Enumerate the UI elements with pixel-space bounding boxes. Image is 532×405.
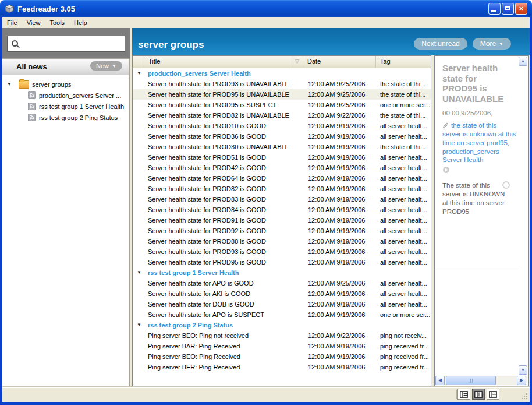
layout-list-button[interactable] bbox=[487, 389, 499, 400]
collapse-arrow-icon[interactable]: ▼ bbox=[7, 82, 14, 87]
row-title: Server health state for PROD30 is UNAVAI… bbox=[148, 142, 303, 152]
table-row[interactable]: Server health state for PROD84 is GOOD12… bbox=[133, 205, 431, 215]
main-area: server groups Next unread More ▼ bbox=[132, 28, 530, 388]
table-row[interactable]: Server health state for AKI is GOOD12:00… bbox=[133, 288, 431, 299]
table-row[interactable]: Server health state for PROD95 is SUSPEC… bbox=[133, 100, 431, 110]
sidebar-folder-server-groups[interactable]: ▼ server groups bbox=[2, 79, 129, 90]
row-tag: the state of thi... bbox=[380, 142, 430, 152]
table-row[interactable]: Server health state for PROD30 is UNAVAI… bbox=[133, 142, 431, 152]
horizontal-scrollbar[interactable]: ◀ ▶ bbox=[435, 376, 527, 385]
menu-item-file[interactable]: File bbox=[2, 18, 22, 27]
table-row[interactable]: Server health state for PROD10 is GOOD12… bbox=[133, 121, 431, 131]
row-tag: all server healt... bbox=[380, 131, 430, 142]
table-row[interactable]: Server health state for PROD88 is GOOD12… bbox=[133, 236, 431, 246]
menu-item-tools[interactable]: Tools bbox=[45, 18, 69, 27]
row-date: 12:00 AM 9/19/2006 bbox=[308, 288, 378, 299]
table-row[interactable]: Ping server BAR: Ping Received12:00 AM 9… bbox=[133, 341, 431, 351]
more-button[interactable]: More ▼ bbox=[473, 38, 511, 50]
feed-label: rss test group 2 Ping Status bbox=[39, 114, 118, 121]
scroll-up-button[interactable]: ▲ bbox=[519, 57, 527, 66]
layout-horizontal-icon bbox=[460, 391, 468, 398]
layout-columns-icon bbox=[474, 391, 483, 398]
table-row[interactable]: Server health state for PROD82 is UNAVAI… bbox=[133, 110, 431, 121]
table-row[interactable]: Server health state for PROD36 is GOOD12… bbox=[133, 131, 431, 142]
scrollbar-thumb[interactable] bbox=[446, 376, 496, 385]
table-row[interactable]: Server health state for DOB is GOOD12:00… bbox=[133, 299, 431, 309]
titlebar[interactable]: Feedreader 3.05 × bbox=[0, 0, 532, 17]
table-row[interactable]: Server health state for PROD95 is UNAVAI… bbox=[133, 89, 431, 100]
table-row[interactable]: Ping server BEO: Ping Received12:00 AM 9… bbox=[133, 351, 431, 362]
group-title: production_servers Server Health bbox=[148, 68, 251, 79]
search-input[interactable] bbox=[19, 37, 125, 50]
table-row[interactable]: Server health state for PROD82 is GOOD12… bbox=[133, 184, 431, 194]
group-row[interactable]: ▼rss test group 1 Server Health bbox=[133, 267, 431, 278]
minimize-button[interactable] bbox=[488, 3, 501, 15]
table-row[interactable]: Server health state for PROD92 is GOOD12… bbox=[133, 226, 431, 236]
row-date: 12:00 AM 9/19/2006 bbox=[308, 163, 378, 173]
scroll-right-button[interactable]: ▶ bbox=[517, 376, 526, 385]
close-button[interactable]: × bbox=[515, 3, 527, 15]
row-title: Server health state for PROD95 is SUSPEC… bbox=[148, 100, 303, 110]
table-row[interactable]: Server health state for PROD51 is GOOD12… bbox=[133, 152, 431, 163]
date-column-header[interactable]: Date bbox=[303, 56, 376, 68]
table-row[interactable]: Server health state for APO is SUSPECT12… bbox=[133, 309, 431, 320]
table-row[interactable]: Server health state for PROD93 is UNAVAI… bbox=[133, 79, 431, 89]
expand-column-header[interactable] bbox=[133, 56, 144, 68]
table-row[interactable]: Ping server BER: Ping Received12:00 AM 9… bbox=[133, 362, 431, 372]
collapse-arrow-icon[interactable]: ▼ bbox=[137, 68, 141, 79]
table-row[interactable]: Server health state for PROD91 is GOOD12… bbox=[133, 215, 431, 226]
row-title: Server health state for PROD84 is GOOD bbox=[148, 205, 303, 215]
next-unread-button[interactable]: Next unread bbox=[414, 38, 467, 50]
search-box[interactable]: ▾ bbox=[7, 36, 125, 52]
table-row[interactable]: Server health state for PROD93 is GOOD12… bbox=[133, 246, 431, 257]
table-row[interactable]: Server health state for APO is GOOD12:00… bbox=[133, 278, 431, 288]
table-row[interactable]: Server health state for PROD83 is GOOD12… bbox=[133, 194, 431, 205]
row-title: Ping server BER: Ping Received bbox=[148, 362, 303, 372]
table-row[interactable]: Server health state for PROD64 is GOOD12… bbox=[133, 173, 431, 184]
resize-grip[interactable] bbox=[520, 392, 527, 399]
sidebar-feed-item[interactable]: rss test group 2 Ping Status bbox=[2, 112, 129, 123]
table-row[interactable]: Server health state for PROD42 is GOOD12… bbox=[133, 163, 431, 173]
row-title: Server health state for APO is SUSPECT bbox=[148, 309, 303, 320]
row-title: Server health state for PROD42 is GOOD bbox=[148, 163, 303, 173]
menu-item-view[interactable]: View bbox=[22, 18, 45, 27]
marker-circle-icon bbox=[502, 181, 510, 189]
row-date: 12:00 AM 9/25/2006 bbox=[308, 278, 378, 288]
row-title: Server health state for PROD92 is GOOD bbox=[148, 226, 303, 236]
row-title: Ping server BEO: Ping not received bbox=[148, 330, 303, 341]
new-button[interactable]: New ▼ bbox=[90, 61, 122, 71]
row-tag: ping received fr... bbox=[380, 362, 430, 372]
group-row[interactable]: ▼production_servers Server Health bbox=[133, 68, 431, 79]
scroll-down-button[interactable]: ▼ bbox=[519, 365, 527, 375]
layout-horizontal-button[interactable] bbox=[457, 389, 470, 400]
feed-list: production_servers Server ...rss test gr… bbox=[2, 90, 129, 123]
summary-link[interactable]: the state of this server is unknown at t… bbox=[442, 122, 516, 146]
table-row[interactable]: Ping server BEO: Ping not received12:00 … bbox=[133, 330, 431, 341]
layout-columns-button[interactable] bbox=[472, 389, 485, 400]
group-title: rss test group 1 Server Health bbox=[148, 267, 239, 278]
feed-link[interactable]: production_servers Server Health bbox=[442, 148, 499, 164]
all-news-label: All news bbox=[16, 62, 47, 71]
row-date: 12:00 AM 9/19/2006 bbox=[308, 309, 378, 320]
title-column-header[interactable]: Title bbox=[144, 56, 293, 68]
content-area: ▾ All news New ▼ ▼ bbox=[2, 28, 530, 388]
sidebar-feed-item[interactable]: rss test group 1 Server Health bbox=[2, 101, 129, 112]
collapse-arrow-icon[interactable]: ▼ bbox=[137, 267, 141, 278]
table-row[interactable]: Server health state for PROD95 is GOOD12… bbox=[133, 257, 431, 267]
feed-label: rss test group 1 Server Health bbox=[39, 103, 124, 110]
sidebar-feed-item[interactable]: production_servers Server ... bbox=[2, 90, 129, 101]
group-row[interactable]: ▼rss test group 2 Ping Status bbox=[133, 320, 431, 330]
go-arrow-icon[interactable] bbox=[442, 166, 450, 174]
all-news-header[interactable]: All news New ▼ bbox=[2, 59, 129, 75]
tag-column-header[interactable]: Tag bbox=[376, 56, 431, 68]
menu-item-help[interactable]: Help bbox=[69, 18, 92, 27]
filter-column-header[interactable]: ▽ bbox=[293, 56, 303, 68]
scroll-left-button[interactable]: ◀ bbox=[435, 376, 445, 385]
row-title: Ping server BEO: Ping Received bbox=[148, 351, 303, 362]
row-tag: all server healt... bbox=[380, 205, 430, 215]
collapse-arrow-icon[interactable]: ▼ bbox=[137, 320, 141, 330]
row-title: Server health state for PROD93 is GOOD bbox=[148, 246, 303, 257]
folder-label: server groups bbox=[32, 81, 71, 88]
maximize-button[interactable] bbox=[502, 3, 514, 15]
row-tag: the state of thi... bbox=[380, 110, 430, 121]
